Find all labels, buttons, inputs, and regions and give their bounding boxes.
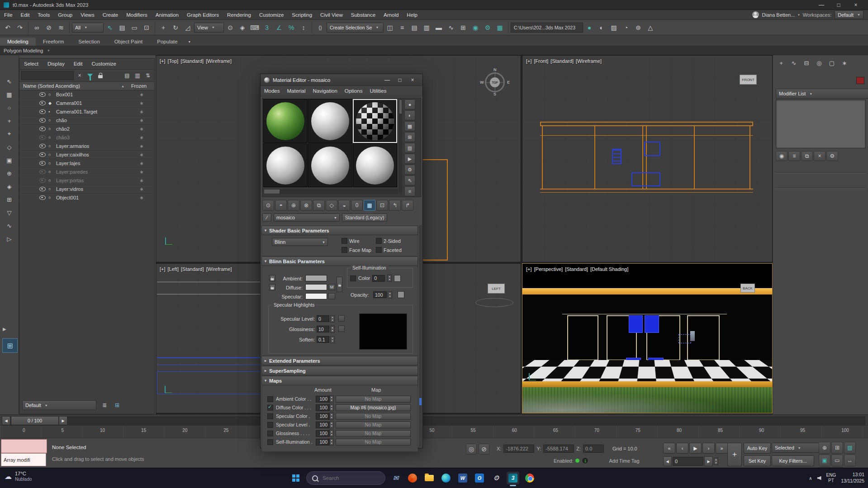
visibility-eye-icon[interactable] <box>39 170 46 174</box>
rollout-scrollbar[interactable] <box>419 225 422 447</box>
scene-explorer-column-headers[interactable]: Name (Sorted Ascending) ▲ Frozen <box>19 82 154 90</box>
layers-stack-icon[interactable]: ≣ <box>100 401 109 410</box>
user-avatar[interactable] <box>752 11 759 18</box>
tab-modify-icon[interactable]: ∿ <box>788 58 799 68</box>
frozen-icon[interactable]: ∗ <box>129 92 154 98</box>
hidden-icons-chevron[interactable]: ∧ <box>809 476 812 481</box>
viewport-label-segment[interactable]: [Left] <box>168 266 179 272</box>
menubar-item[interactable]: Customize <box>255 10 288 19</box>
map-enable-checkbox[interactable] <box>267 396 273 402</box>
go-to-end-icon[interactable]: » <box>716 443 728 454</box>
visibility-eye-icon[interactable] <box>39 118 46 123</box>
compass-west[interactable]: W <box>480 80 484 85</box>
faceted-checkbox[interactable] <box>376 247 382 253</box>
specular-color-swatch[interactable] <box>305 293 327 299</box>
compass-south[interactable]: S <box>493 92 496 96</box>
reset-map-icon[interactable]: ⊗ <box>300 200 312 211</box>
diffuse-map-shortcut-button[interactable]: M <box>328 284 335 290</box>
toggle-ribbon-icon[interactable]: ▬ <box>433 22 445 33</box>
viewport-label-segment[interactable]: [Standard] <box>180 58 204 64</box>
zoom-icon[interactable]: ⊕ <box>819 442 830 454</box>
window-maximize-button[interactable]: □ <box>830 0 847 9</box>
frozen-icon[interactable]: ∗ <box>129 195 154 201</box>
map-button[interactable]: No Map <box>336 413 411 420</box>
flyout-arrow-icon[interactable]: ▶ <box>3 325 10 333</box>
polygon-modeling-panel-bar[interactable]: Polygon Modeling ▾ <box>0 46 868 55</box>
scene-explorer-search-input[interactable] <box>21 71 74 80</box>
opacity-spinner[interactable] <box>388 291 392 298</box>
outlook-icon[interactable]: O <box>473 472 486 484</box>
explorer-grid-icon[interactable]: ⊞ <box>113 401 122 410</box>
auto-key-button[interactable]: Auto Key <box>744 443 771 454</box>
menubar-item[interactable]: Graph Editors <box>183 10 223 19</box>
viewcube-left-grip[interactable]: LEFT <box>488 284 505 294</box>
viewport-label-segment[interactable]: [Perspective] <box>534 266 563 272</box>
rollout-header-extended-parameters[interactable]: ▸Extended Parameters <box>261 356 418 365</box>
chrome-icon[interactable] <box>523 472 536 484</box>
viewport-label-segment[interactable]: [Standard] <box>181 266 204 272</box>
menubar-item[interactable]: Substance <box>347 10 379 19</box>
angle-snap-icon[interactable]: ∠ <box>273 22 285 33</box>
scene-explorer-row[interactable]: chão3 ∗ <box>19 133 154 142</box>
menubar-item[interactable]: Rendering <box>223 10 255 19</box>
language-indicator[interactable]: ENGPT <box>826 473 836 483</box>
previous-frame-arrow[interactable]: ◀ <box>2 416 10 425</box>
clock[interactable]: 13:0113/11/2025 <box>841 472 864 484</box>
scene-explorer-menu-item[interactable]: Select <box>19 58 43 69</box>
filter-combinations-icon[interactable]: ▽ <box>3 207 16 218</box>
frozen-icon[interactable]: ∗ <box>129 143 154 149</box>
scene-explorer-row[interactable]: Layer:portas ∗ <box>19 176 154 185</box>
explorer-selection-set-dropdown[interactable]: Default▼ <box>22 400 96 410</box>
edit-named-selection-sets-icon[interactable]: {} <box>314 22 326 33</box>
toggle-layer-explorer-icon[interactable]: ▥ <box>421 22 432 33</box>
visibility-eye-icon[interactable] <box>39 101 46 105</box>
settings-icon[interactable]: ⚙ <box>490 472 503 484</box>
keyboard-override-icon[interactable]: ⌨ <box>249 22 261 33</box>
visibility-eye-icon[interactable] <box>39 135 46 140</box>
material-editor-menu-item[interactable]: Navigation <box>309 86 341 96</box>
map-amount-spinner[interactable] <box>329 412 334 420</box>
add-time-tag[interactable]: Add Time Tag <box>609 458 639 464</box>
get-material-icon[interactable]: ⊙ <box>262 200 274 211</box>
mail-icon[interactable]: ✉ <box>389 472 402 484</box>
viewport-label-segment[interactable]: [Standard] <box>550 58 574 64</box>
visibility-eye-icon[interactable] <box>39 195 46 200</box>
backlight-icon[interactable]: ◐ <box>404 110 415 120</box>
configure-modifier-sets-icon[interactable]: ⚙ <box>826 151 838 161</box>
select-object-icon[interactable]: ⇖ <box>104 22 116 33</box>
scene-explorer-row[interactable]: chão2 ∗ <box>19 125 154 133</box>
viewcube-persp-grip[interactable]: BACK <box>740 284 755 293</box>
frozen-icon[interactable]: ∗ <box>129 126 154 132</box>
visibility-eye-icon[interactable] <box>39 187 46 191</box>
viewport-label-segment[interactable]: [+] <box>160 58 166 64</box>
lock-icon[interactable] <box>96 71 105 80</box>
menubar-item[interactable]: File <box>0 10 17 19</box>
dialog-minimize-button[interactable]: — <box>381 76 394 85</box>
selection-filter-dropdown[interactable]: All▼ <box>72 23 104 33</box>
tab-display-icon[interactable]: ▢ <box>826 58 837 68</box>
visibility-eye-icon[interactable] <box>39 92 46 97</box>
spinner-snap-icon[interactable]: ↕ <box>298 22 309 33</box>
wire-checkbox[interactable] <box>342 238 347 244</box>
render-iterative-icon[interactable]: ◐ <box>596 22 607 33</box>
scene-explorer-row[interactable]: Layer:paredes ∗ <box>19 168 154 176</box>
frozen-icon[interactable]: ∗ <box>129 178 154 184</box>
word-icon[interactable]: W <box>456 472 469 484</box>
material-id-channel-icon[interactable]: 0 <box>351 200 363 211</box>
opacity-map-button[interactable] <box>398 291 404 298</box>
viewport-front[interactable]: [+][Front][Standard][Wireframe] FRONT <box>522 55 773 262</box>
next-frame-button[interactable]: ▶ <box>704 456 713 466</box>
scene-explorer-menu-item[interactable]: Customize <box>87 58 121 69</box>
time-slider-button[interactable]: 0 / 100 <box>11 416 59 425</box>
next-frame-arrow[interactable]: ▶ <box>59 416 67 425</box>
menubar-item[interactable]: Animation <box>152 10 183 19</box>
zoom-extents-all-icon[interactable]: ▣ <box>819 455 830 466</box>
viewport-label-segment[interactable]: [Standard] <box>565 266 588 272</box>
map-amount-field[interactable]: 100 <box>316 430 329 437</box>
menubar-item[interactable]: Tools <box>33 10 54 19</box>
previous-frame-button[interactable]: ◀ <box>663 456 672 466</box>
workspace-dropdown[interactable]: Default▼ <box>835 10 863 19</box>
selection-lock-toggle-icon[interactable]: ⊘ <box>479 444 489 455</box>
percent-snap-icon[interactable]: % <box>285 22 297 33</box>
curve-editor-icon[interactable]: ∿ <box>445 22 457 33</box>
